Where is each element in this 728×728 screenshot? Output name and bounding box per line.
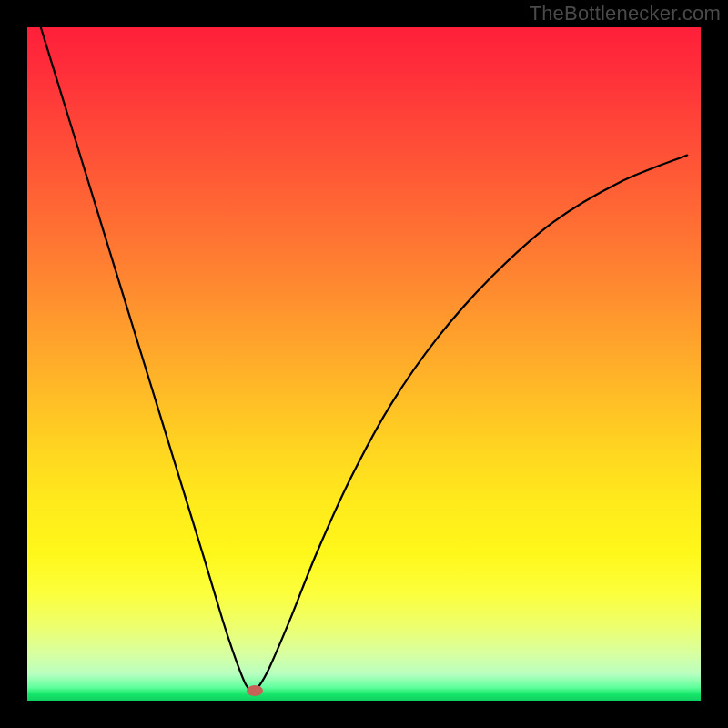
chart-frame: TheBottlenecker.com [0,0,728,728]
optimal-point-marker [247,685,263,696]
attribution-text: TheBottlenecker.com [530,2,721,25]
plot-area [27,27,701,701]
bottleneck-curve [27,27,701,701]
